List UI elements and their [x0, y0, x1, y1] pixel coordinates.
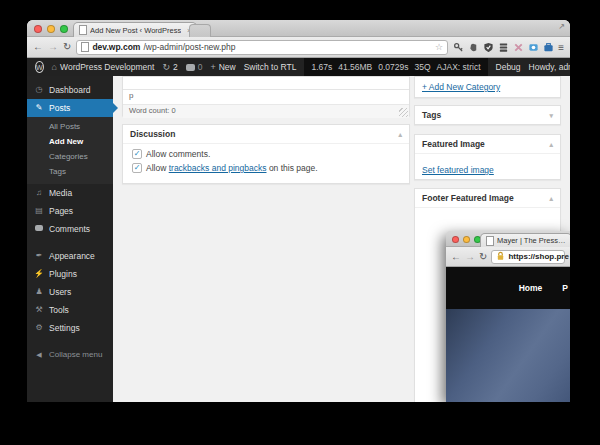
set-featured-image-link[interactable]: Set featured image	[422, 165, 494, 175]
tab-title: Mayer | The Pressware	[497, 236, 566, 245]
extension-icons: ≡	[453, 42, 564, 53]
submenu-item-tags[interactable]: Tags	[27, 164, 113, 179]
footer-featured-image-header[interactable]: Footer Featured Image ▴	[415, 189, 560, 208]
allow-comments-checkbox[interactable]: ✓	[132, 149, 142, 159]
collapse-menu-button[interactable]: ◀ Collapse menu	[27, 346, 113, 363]
featured-image-title: Featured Image	[422, 139, 485, 149]
briefcase-extension-icon[interactable]	[543, 42, 554, 53]
nav-item-clipped[interactable]: P	[562, 283, 568, 293]
sidebar-item-plugins[interactable]: ⚡ Plugins	[27, 265, 113, 283]
address-bar[interactable]: https://shop.pre	[491, 250, 565, 264]
bookmark-star-icon[interactable]: ☆	[435, 42, 443, 52]
zoom-window-button[interactable]	[60, 25, 68, 33]
discussion-header[interactable]: Discussion ▴	[123, 125, 409, 144]
tags-metabox: Tags ▾	[414, 105, 561, 125]
forward-icon[interactable]: →	[465, 252, 475, 262]
camera-extension-icon[interactable]	[528, 42, 539, 53]
chrome-menu-icon[interactable]: ≡	[558, 42, 564, 53]
reload-icon[interactable]: ↻	[479, 252, 487, 262]
wp-admin-bar: W ⌂ WordPress Development ↻ 2 0 + New Sw…	[27, 58, 570, 76]
plugins-icon: ⚡	[34, 270, 44, 278]
trackbacks-text-pre: Allow	[146, 163, 166, 173]
xmarks-extension-icon[interactable]	[513, 42, 524, 53]
home-icon: ⌂	[52, 63, 57, 72]
admin-bar-comments[interactable]: 0	[186, 62, 203, 72]
shield-extension-icon[interactable]	[483, 42, 494, 53]
admin-bar-howdy[interactable]: Howdy, admin	[529, 62, 570, 72]
updates-icon: ↻	[162, 63, 170, 72]
address-bar[interactable]: dev.wp.com/wp-admin/post-new.php ☆	[76, 40, 448, 55]
admin-bar-right: Debug Howdy, admin	[496, 60, 570, 74]
editor-content-area[interactable]	[123, 77, 409, 89]
submenu-item-add-new[interactable]: Add New	[27, 134, 113, 149]
post-editor-box: p Word count: 0	[122, 76, 410, 116]
browser-tab-add-new-post[interactable]: Add New Post ‹ WordPress ×	[73, 22, 197, 37]
word-count-bar: Word count: 0	[123, 104, 409, 118]
window-resize-icon[interactable]: ↗	[558, 22, 565, 31]
settings-gear-icon: ⚙	[34, 324, 44, 332]
perf-query-time: 0.0729s	[378, 62, 408, 72]
sidebar-item-posts[interactable]: ✎ Posts	[27, 99, 113, 117]
forward-icon[interactable]: →	[48, 42, 58, 52]
sidebar-item-label: Dashboard	[49, 85, 91, 95]
featured-image-metabox: Featured Image ▴ Set featured image	[414, 134, 561, 180]
sidebar-item-pages[interactable]: ▤ Pages	[27, 202, 113, 220]
allow-trackbacks-checkbox[interactable]: ✓	[132, 163, 142, 173]
url-host: dev.wp.com	[92, 42, 140, 52]
featured-image-header[interactable]: Featured Image ▴	[415, 135, 560, 154]
back-icon[interactable]: ←	[451, 252, 461, 262]
site-name-label: WordPress Development	[60, 62, 154, 72]
add-new-category-link[interactable]: + Add New Category	[422, 82, 500, 92]
layers-extension-icon[interactable]	[498, 42, 509, 53]
collapse-toggle-icon[interactable]: ▴	[549, 141, 553, 148]
browser-toolbar: ← → ↻ dev.wp.com/wp-admin/post-new.php ☆…	[27, 37, 570, 58]
admin-bar-debug[interactable]: Debug	[496, 62, 521, 72]
site-nav-bar: Home P	[446, 267, 570, 309]
sidebar-item-appearance[interactable]: ✒ Appearance	[27, 247, 113, 265]
page-icon	[81, 42, 89, 52]
sidebar-item-label: Pages	[49, 206, 73, 216]
sidebar-item-media[interactable]: ♫ Media	[27, 184, 113, 202]
sidebar-item-settings[interactable]: ⚙ Settings	[27, 319, 113, 337]
tools-wrench-icon: ⚒	[34, 306, 44, 314]
media-icon: ♫	[34, 189, 44, 197]
sidebar-item-label: Settings	[49, 323, 80, 333]
collapse-toggle-icon[interactable]: ▴	[398, 131, 402, 138]
sidebar-item-label: Posts	[49, 103, 70, 113]
admin-bar-site-name[interactable]: ⌂ WordPress Development	[52, 62, 155, 72]
close-window-button[interactable]	[34, 25, 42, 33]
submenu-item-all-posts[interactable]: All Posts	[27, 119, 113, 134]
sidebar-item-comments[interactable]: Comments	[27, 220, 113, 238]
reload-icon[interactable]: ↻	[63, 42, 71, 52]
trackbacks-text-post: on this page.	[269, 163, 318, 173]
submenu-item-categories[interactable]: Categories	[27, 149, 113, 164]
trackbacks-link[interactable]: trackbacks and pingbacks	[169, 163, 267, 173]
new-tab-button[interactable]	[189, 24, 211, 37]
allow-trackbacks-row: ✓ Allow trackbacks and pingbacks on this…	[123, 161, 409, 175]
back-icon[interactable]: ←	[33, 42, 43, 52]
admin-bar-new[interactable]: + New	[210, 62, 235, 72]
close-window-button[interactable]	[452, 236, 459, 243]
sidebar-item-users[interactable]: ♟ Users	[27, 283, 113, 301]
nav-item-home[interactable]: Home	[519, 283, 543, 293]
admin-bar-updates[interactable]: ↻ 2	[162, 62, 177, 72]
tags-header[interactable]: Tags ▾	[415, 106, 560, 124]
perf-ajax: AJAX: strict	[437, 62, 481, 72]
hand-extension-icon[interactable]	[468, 42, 479, 53]
query-monitor-stats[interactable]: 1.67s 41.56MB 0.0729s 35Q AJAX: strict	[304, 58, 487, 76]
sidebar-item-tools[interactable]: ⚒ Tools	[27, 301, 113, 319]
sidebar-item-dashboard[interactable]: ◷ Dashboard	[27, 81, 113, 99]
tab-strip: Mayer | The Pressware	[446, 231, 570, 247]
key-extension-icon[interactable]	[453, 42, 464, 53]
wordpress-logo-icon[interactable]: W	[35, 61, 44, 73]
admin-bar-switch-rtl[interactable]: Switch to RTL	[244, 62, 297, 72]
collapse-arrow-icon: ◀	[34, 351, 44, 358]
expand-toggle-icon[interactable]: ▾	[549, 112, 553, 119]
categories-metabox: + Add New Category	[414, 76, 561, 98]
collapse-toggle-icon[interactable]: ▴	[549, 195, 553, 202]
minimize-window-button[interactable]	[463, 236, 470, 243]
perf-memory: 41.56MB	[338, 62, 372, 72]
minimize-window-button[interactable]	[47, 25, 55, 33]
browser-tab-mayer[interactable]: Mayer | The Pressware	[480, 233, 570, 247]
allow-comments-label: Allow comments.	[146, 149, 210, 159]
